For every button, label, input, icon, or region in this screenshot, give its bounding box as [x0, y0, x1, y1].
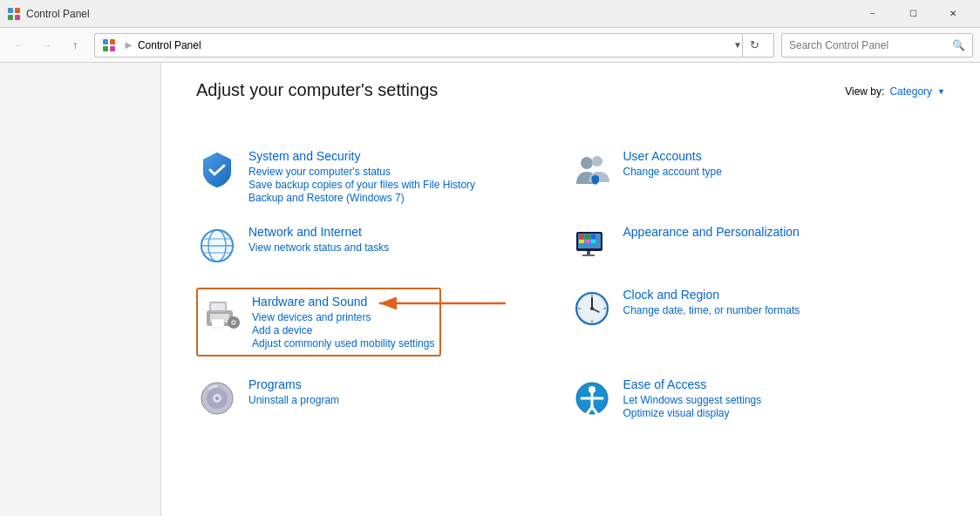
- clock-region-content: Clock and Region Change date, time, or n…: [623, 288, 800, 316]
- svg-rect-6: [103, 46, 108, 51]
- svg-rect-22: [585, 240, 590, 243]
- top-area: Adjust your computer's settings View by:…: [196, 80, 945, 121]
- change-account-type-link[interactable]: Change account type: [623, 166, 722, 178]
- hardware-sound-links: View devices and printers Add a device A…: [252, 311, 434, 350]
- address-bar-icon: [102, 38, 116, 52]
- hardware-sound-icon: [203, 295, 242, 333]
- refresh-button[interactable]: ↻: [742, 33, 766, 58]
- mobility-settings-link[interactable]: Adjust commonly used mobility settings: [252, 337, 434, 350]
- appearance-title[interactable]: Appearance and Personalization: [623, 225, 800, 239]
- svg-rect-5: [110, 39, 115, 44]
- user-accounts-content: User Accounts Change account type: [623, 149, 722, 178]
- main-area: Adjust your computer's settings View by:…: [0, 63, 980, 516]
- category-programs: Programs Uninstall a program: [196, 367, 571, 430]
- svg-rect-3: [15, 15, 20, 20]
- window-title: Control Panel: [26, 8, 853, 20]
- address-dropdown-icon[interactable]: ▼: [733, 40, 742, 50]
- category-user-accounts: User Accounts Change account type: [571, 139, 946, 214]
- date-time-link[interactable]: Change date, time, or number formats: [623, 304, 800, 316]
- ease-of-access-icon: [571, 377, 613, 419]
- category-network-internet: Network and Internet View network status…: [196, 214, 571, 277]
- backup-restore-link[interactable]: Backup and Restore (Windows 7): [248, 192, 475, 204]
- system-security-links: Review your computer's status Save backu…: [248, 166, 475, 204]
- maximize-button[interactable]: ☐: [893, 0, 933, 28]
- review-status-link[interactable]: Review your computer's status: [248, 166, 475, 178]
- view-by-dropdown-icon[interactable]: ▼: [937, 87, 945, 96]
- network-internet-content: Network and Internet View network status…: [248, 225, 389, 254]
- svg-rect-25: [582, 255, 595, 256]
- nav-pane: [0, 63, 161, 516]
- category-system-security: System and Security Review your computer…: [196, 139, 571, 214]
- svg-point-8: [581, 157, 593, 169]
- svg-rect-0: [8, 8, 13, 13]
- search-input[interactable]: [789, 39, 952, 51]
- up-button[interactable]: ↑: [63, 33, 87, 58]
- svg-rect-4: [103, 39, 108, 44]
- svg-rect-30: [212, 319, 224, 328]
- hardware-sound-highlight-box: Hardware and Sound View devices and prin…: [196, 288, 441, 356]
- content-area: Adjust your computer's settings View by:…: [161, 63, 980, 516]
- view-by-label: View by:: [845, 85, 884, 98]
- svg-rect-7: [110, 46, 115, 51]
- svg-rect-19: [585, 234, 590, 239]
- svg-rect-18: [579, 234, 584, 239]
- user-accounts-icon: [571, 149, 613, 191]
- user-accounts-links: Change account type: [623, 166, 722, 178]
- programs-title[interactable]: Programs: [248, 377, 339, 391]
- back-button[interactable]: ←: [7, 33, 31, 58]
- page-title: Adjust your computer's settings: [196, 80, 438, 100]
- view-devices-link[interactable]: View devices and printers: [252, 311, 434, 323]
- svg-rect-20: [591, 234, 595, 239]
- svg-rect-29: [211, 303, 225, 310]
- ease-of-access-title[interactable]: Ease of Access: [623, 377, 762, 391]
- app-icon: [7, 7, 21, 21]
- hardware-sound-content: Hardware and Sound View devices and prin…: [252, 295, 434, 350]
- network-internet-links: View network status and tasks: [248, 241, 389, 254]
- title-bar: Control Panel − ☐ ✕: [0, 0, 980, 28]
- clock-region-links: Change date, time, or number formats: [623, 304, 800, 316]
- network-status-link[interactable]: View network status and tasks: [248, 241, 389, 254]
- svg-point-15: [201, 230, 233, 261]
- view-by-container: View by: Category ▼: [845, 85, 945, 98]
- appearance-icon: [571, 225, 613, 267]
- ease-of-access-content: Ease of Access Let Windows suggest setti…: [623, 377, 762, 419]
- forward-button[interactable]: →: [35, 33, 59, 58]
- svg-point-33: [233, 322, 235, 323]
- category-ease-of-access: Ease of Access Let Windows suggest setti…: [571, 367, 946, 430]
- system-security-icon: [196, 149, 238, 191]
- appearance-content: Appearance and Personalization: [623, 225, 800, 241]
- programs-links: Uninstall a program: [248, 394, 339, 406]
- user-accounts-title[interactable]: User Accounts: [623, 149, 722, 163]
- programs-content: Programs Uninstall a program: [248, 377, 339, 406]
- close-button[interactable]: ✕: [933, 0, 973, 28]
- hardware-sound-title[interactable]: Hardware and Sound: [252, 295, 434, 309]
- svg-point-9: [592, 156, 602, 166]
- svg-rect-23: [591, 240, 595, 243]
- system-security-content: System and Security Review your computer…: [248, 149, 475, 204]
- windows-suggest-link[interactable]: Let Windows suggest settings: [623, 394, 762, 406]
- search-icon[interactable]: 🔍: [952, 39, 965, 51]
- search-bar[interactable]: 🔍: [781, 33, 973, 58]
- address-text: Control Panel: [138, 39, 733, 51]
- window-controls: − ☐ ✕: [853, 0, 973, 28]
- network-internet-title[interactable]: Network and Internet: [248, 225, 389, 239]
- system-security-title[interactable]: System and Security: [248, 149, 475, 163]
- clock-region-icon: [571, 288, 613, 329]
- category-clock-region: Clock and Region Change date, time, or n…: [571, 277, 946, 367]
- svg-point-48: [215, 397, 219, 400]
- address-separator: ►: [123, 38, 134, 51]
- minimize-button[interactable]: −: [853, 0, 893, 28]
- view-by-value[interactable]: Category: [889, 85, 932, 98]
- svg-point-40: [590, 307, 594, 310]
- programs-icon: [196, 377, 238, 419]
- clock-region-title[interactable]: Clock and Region: [623, 288, 800, 302]
- category-hardware-sound: Hardware and Sound View devices and prin…: [196, 277, 571, 367]
- add-device-link[interactable]: Add a device: [252, 324, 434, 336]
- ease-of-access-links: Let Windows suggest settings Optimize vi…: [623, 394, 762, 419]
- file-history-link[interactable]: Save backup copies of your files with Fi…: [248, 179, 475, 191]
- uninstall-program-link[interactable]: Uninstall a program: [248, 394, 339, 406]
- svg-rect-1: [15, 8, 20, 13]
- address-bar[interactable]: ► Control Panel ▼ ↻: [94, 33, 774, 58]
- svg-rect-21: [579, 240, 584, 243]
- optimize-display-link[interactable]: Optimize visual display: [623, 407, 762, 419]
